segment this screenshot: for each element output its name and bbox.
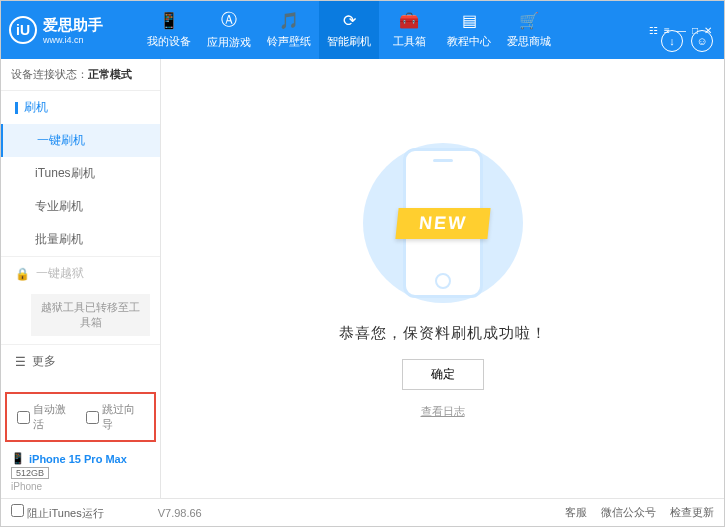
nav-my-device[interactable]: 📱我的设备 — [139, 1, 199, 59]
view-log-link[interactable]: 查看日志 — [421, 404, 465, 419]
sidebar: 设备连接状态：正常模式 刷机 一键刷机 iTunes刷机 专业刷机 批量刷机 🔒… — [1, 59, 161, 498]
group-jailbreak-header[interactable]: 🔒一键越狱 — [1, 257, 160, 290]
connection-status: 设备连接状态：正常模式 — [1, 59, 160, 91]
nav-toolbox[interactable]: 🧰工具箱 — [379, 1, 439, 59]
device-icon: 📱 — [159, 11, 179, 30]
sidebar-item-batch-flash[interactable]: 批量刷机 — [1, 223, 160, 256]
user-button[interactable]: ☺ — [691, 30, 713, 52]
ringtone-icon: 🎵 — [279, 11, 299, 30]
download-button[interactable]: ↓ — [661, 30, 683, 52]
nav-apps[interactable]: Ⓐ应用游戏 — [199, 1, 259, 59]
main-panel: NEW 恭喜您，保资料刷机成功啦！ 确定 查看日志 — [161, 59, 724, 498]
version-label: V7.98.66 — [158, 507, 202, 519]
options-row: 自动激活 跳过向导 — [5, 392, 156, 442]
sidebar-item-oneclick-flash[interactable]: 一键刷机 — [1, 124, 160, 157]
nav-store[interactable]: 🛒爱思商城 — [499, 1, 559, 59]
nav-ringtones[interactable]: 🎵铃声壁纸 — [259, 1, 319, 59]
footer: 阻止iTunes运行 V7.98.66 客服 微信公众号 检查更新 — [1, 498, 724, 526]
footer-wechat-link[interactable]: 微信公众号 — [601, 505, 656, 520]
tutorial-icon: ▤ — [462, 11, 477, 30]
phone-icon: 📱 — [11, 452, 25, 465]
ok-button[interactable]: 确定 — [402, 359, 484, 390]
auto-activate-checkbox[interactable]: 自动激活 — [17, 402, 76, 432]
flash-icon: ⟳ — [343, 11, 356, 30]
top-nav: 📱我的设备 Ⓐ应用游戏 🎵铃声壁纸 ⟳智能刷机 🧰工具箱 ▤教程中心 🛒爱思商城 — [139, 1, 649, 59]
device-info: 📱iPhone 15 Pro Max 512GB iPhone — [1, 446, 160, 498]
group-flash-header[interactable]: 刷机 — [1, 91, 160, 124]
app-title: 爱思助手 — [43, 16, 103, 35]
nav-flash[interactable]: ⟳智能刷机 — [319, 1, 379, 59]
new-ribbon: NEW — [395, 208, 490, 239]
sidebar-item-other-tools[interactable]: 其他工具 — [1, 378, 160, 388]
list-icon: ☰ — [15, 355, 26, 369]
app-url: www.i4.cn — [43, 35, 103, 45]
logo-area: iU 爱思助手 www.i4.cn — [9, 16, 139, 45]
logo-icon: iU — [9, 16, 37, 44]
group-more-header[interactable]: ☰更多 — [1, 345, 160, 378]
header-bar: iU 爱思助手 www.i4.cn 📱我的设备 Ⓐ应用游戏 🎵铃声壁纸 ⟳智能刷… — [1, 1, 724, 59]
success-illustration: NEW — [343, 138, 543, 308]
store-icon: 🛒 — [519, 11, 539, 30]
device-storage: 512GB — [11, 467, 49, 479]
nav-tutorials[interactable]: ▤教程中心 — [439, 1, 499, 59]
jailbreak-moved-note: 越狱工具已转移至工具箱 — [31, 294, 150, 336]
block-itunes-checkbox[interactable]: 阻止iTunes运行 — [11, 504, 104, 521]
tshirt-icon[interactable]: ☷ — [649, 25, 658, 36]
device-type: iPhone — [11, 481, 150, 492]
toolbox-icon: 🧰 — [399, 11, 419, 30]
success-message: 恭喜您，保资料刷机成功啦！ — [339, 324, 547, 343]
footer-support-link[interactable]: 客服 — [565, 505, 587, 520]
device-name[interactable]: 📱iPhone 15 Pro Max — [11, 452, 150, 465]
skip-guide-checkbox[interactable]: 跳过向导 — [86, 402, 145, 432]
footer-update-link[interactable]: 检查更新 — [670, 505, 714, 520]
apps-icon: Ⓐ — [221, 10, 237, 31]
sidebar-item-itunes-flash[interactable]: iTunes刷机 — [1, 157, 160, 190]
lock-icon: 🔒 — [15, 267, 30, 281]
sidebar-item-pro-flash[interactable]: 专业刷机 — [1, 190, 160, 223]
